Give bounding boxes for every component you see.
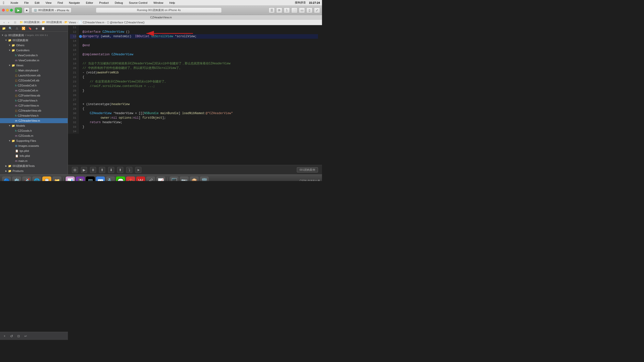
breakpoint-btn[interactable]: ⤵ [284,8,290,13]
menu-view[interactable]: View [45,1,53,4]
sidebar-item-group-main[interactable]: ▼ 📁 001团购案例 [0,38,68,43]
dock-airmail[interactable]: ✉️ [96,176,105,181]
layout-toggle[interactable]: ⊞ [13,20,17,25]
code-editor[interactable]: 11 12 13 14 15 16 17 18 19 20 21 22 23 2… [68,25,322,165]
debug-step-in-btn[interactable]: ⬇ [108,167,114,173]
sidebar-item-czheaderview-h[interactable]: ▶ h CZHeaderView.h [0,113,68,118]
code-line-19: // 当这个方法被执行的时候就表示CZHeaderView已经从xib中创建好了… [83,61,318,66]
breadcrumb-symbol[interactable]: ◻ @interface CZHeaderView() [107,21,145,24]
stop-button[interactable]: ■ [24,8,29,13]
breadcrumb-group[interactable]: 📂 001团购案例 [42,20,62,24]
dock-office[interactable]: 📊 [66,176,75,181]
debug-continue-btn[interactable]: ▶ [81,167,87,173]
sidebar-item-project-root[interactable]: ▼ 🗂 001团购案例 2 targets, iOS SDK 8.1 [0,33,68,38]
debug-pause-btn[interactable]: ⏸ [90,167,96,173]
sidebar-item-models[interactable]: ▼ 📁 Models [0,123,68,128]
sidebar-breakpoint-btn[interactable]: ◈ [34,26,39,31]
layout-2[interactable]: ▭ [299,8,305,13]
dock-trash[interactable]: 🗑️ [200,176,209,181]
sidebar-search-btn[interactable]: 🔍 [8,26,13,31]
debug-layout-btn[interactable]: ⊞ [72,167,78,173]
sidebar-item-supporting-files[interactable]: ▼ 📁 Supporting Files [0,138,68,143]
sidebar-item-viewcontroller-h[interactable]: ▶ h ViewController.h [0,53,68,58]
maximize-button[interactable] [10,9,13,12]
close-button[interactable] [2,9,5,12]
controllers-label: Controllers [16,49,29,52]
scheme-selector[interactable]: 🏢 001团购案例 › iPhone 4s [31,8,71,13]
dock-filezilla[interactable]: 📤 [126,176,135,181]
menu-editor[interactable]: Editor [85,1,94,4]
menu-find[interactable]: Find [57,1,64,4]
dock-goproxy[interactable]: 🔧 [106,176,115,181]
breadcrumb-project[interactable]: 📁 001团购案例 [20,20,39,24]
layout-3[interactable]: ▯ [306,8,312,13]
dock-notes[interactable]: 📋 [42,176,51,181]
sidebar-item-main-m[interactable]: ▶ m main.m [0,158,68,163]
menu-xcode[interactable]: Xcode [9,1,19,4]
apple-menu[interactable]:  [2,1,5,5]
dock-terminal[interactable]: 💻 [86,176,95,181]
menu-product[interactable]: Product [98,1,110,4]
forward-button[interactable]: › [7,20,11,24]
menu-navigate[interactable]: Navigate [68,1,81,4]
sidebar-item-czfooterview-xib[interactable]: ▶ ◻ CZFooterView.xib [0,93,68,98]
dock-grapher[interactable]: 📈 [156,176,165,181]
back-button[interactable]: ‹ [2,20,6,24]
run-button[interactable]: ▶ [15,8,22,13]
sidebar-item-tests[interactable]: ▶ 📁 001团购案例Tests [0,163,68,168]
minimize-button[interactable] [6,9,9,12]
sidebar-item-czgoods-h[interactable]: ▶ h CZGoods.h [0,128,68,133]
dock-fontforge[interactable]: 🖋 [146,176,155,181]
sidebar-item-czfooterview-h[interactable]: ▶ h CZFooterView.h [0,98,68,103]
sidebar-item-viewcontroller-m[interactable]: ▶ m ViewController.m [0,58,68,63]
layout-expand[interactable]: ⤢ [314,8,320,13]
sidebar-report-btn[interactable]: 📋 [41,26,45,31]
layout-1[interactable]: ⬜ [291,8,297,13]
dock-files[interactable]: 📁 [52,176,61,181]
sidebar-item-launchscreen[interactable]: ▶ ◻ LaunchScreen.xib [0,73,68,78]
sidebar-warning-btn[interactable]: ⚠ [15,26,19,31]
sidebar-item-info-plist[interactable]: ▶ 📋 Info.plist [0,153,68,158]
sidebar-item-czfooterview-m[interactable]: ▶ m CZFooterView.m [0,103,68,108]
dock-windowed-apps[interactable]: 🖥️ [170,176,179,181]
sidebar-item-czheaderview-m[interactable]: ▶ m CZHeaderView.m [0,118,68,123]
menu-edit[interactable]: Edit [34,1,41,4]
navigator-toggle[interactable]: ☰ [269,8,275,13]
debug-step-over-btn[interactable]: ⬆ [99,167,105,173]
sidebar-item-controllers[interactable]: ▼ 📁 Controllers [0,48,68,53]
dock-wechat[interactable]: 💬 [116,176,125,181]
sidebar-folder-btn[interactable]: 📁 [2,26,6,31]
menu-debug[interactable]: Debug [114,1,124,4]
sidebar-bookmark-btn[interactable]: 🔖 [28,26,32,31]
sidebar-item-images-xcassets[interactable]: ▶ ⊞ Images.xcassets [0,143,68,148]
menu-help[interactable]: Help [168,1,176,4]
menu-source-control[interactable]: Source Control [128,1,148,4]
debug-sim-btn[interactable]: ➤ [135,167,141,173]
dock-finder[interactable]: 🔵 [2,176,11,181]
dock-wps[interactable]: W [136,176,145,181]
sidebar-item-czheaderview-xib[interactable]: ▶ ◻ CZHeaderView.xib [0,108,68,113]
dock-extra[interactable]: 📦 [190,176,199,181]
dock-onenote[interactable]: 📓 [76,176,85,181]
refresh-btn[interactable]: ⟳ [276,8,282,13]
sidebar-scm-btn[interactable]: 🔀 [21,26,26,31]
dock-screenrec[interactable]: 📷 [180,176,189,181]
sidebar-item-tgs-plist[interactable]: ▶ 📋 tgs.plist [0,148,68,153]
breadcrumb-views[interactable]: 📂 Views [64,21,76,24]
sidebar-item-czgoodscell-h[interactable]: ▶ h CZGoodsCell.h [0,83,68,88]
debug-next-btn[interactable]: ⤵ [126,167,132,173]
breadcrumb-file[interactable]: 📄 CZHeaderView.m [78,21,104,24]
dock-launchpad[interactable]: 🚀 [22,176,31,181]
menu-window[interactable]: Window [152,1,164,4]
sidebar-item-others[interactable]: ▼ 📁 Others [0,43,68,48]
menu-file[interactable]: File [23,1,30,4]
sidebar-item-czgoodscell-xib[interactable]: ▶ ◻ CZGoodsCell.xib [0,78,68,83]
dock-safari[interactable]: 🌐 [32,176,41,181]
debug-step-out-btn[interactable]: ⬆ [117,167,123,173]
sidebar-item-views[interactable]: ▼ 📁 Views [0,63,68,68]
sidebar-item-czgoods-m[interactable]: ▶ m CZGoods.m [0,133,68,138]
sidebar-item-products[interactable]: ▶ 📁 Products [0,168,68,173]
dock-settings[interactable]: ⚙️ [12,176,21,181]
sidebar-item-czgoodscell-m[interactable]: ▶ m CZGoodsCell.m [0,88,68,93]
sidebar-item-main-storyboard[interactable]: ▶ ◻ Main.storyboard [0,68,68,73]
